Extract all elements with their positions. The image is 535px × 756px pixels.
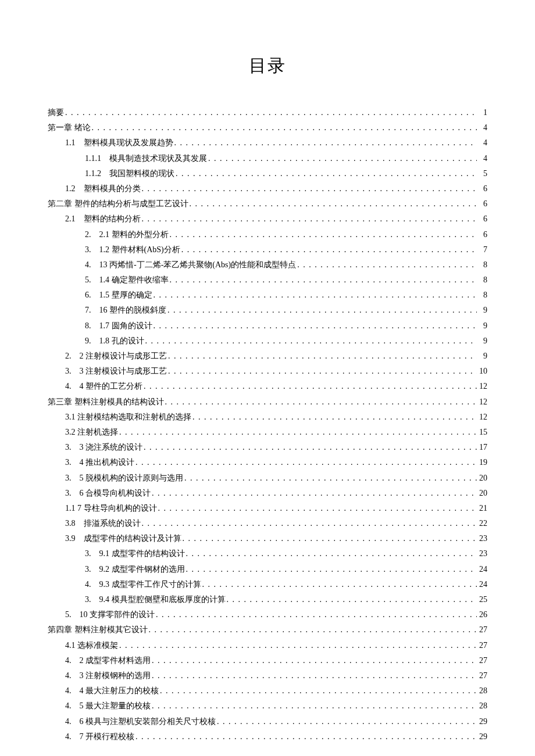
toc-leader-dots [190, 198, 477, 210]
toc-entry: 2.1 塑料的结构分析6 [48, 213, 487, 225]
toc-entry: 3. 4 推出机构设计19 [48, 456, 487, 468]
toc-entry: 3.1 注射模结构选取和注射机的选择12 [48, 411, 487, 423]
toc-entry-label: 5. 1.4 确定塑件收缩率 [85, 274, 169, 286]
toc-entry-page: 6 [478, 182, 487, 195]
toc-leader-dots [119, 426, 477, 438]
toc-leader-dots [152, 654, 477, 667]
toc-leader-dots [65, 106, 477, 119]
toc-entry-page: 9 [478, 350, 487, 362]
toc-leader-dots [217, 715, 477, 728]
toc-leader-dots [135, 456, 477, 468]
toc-entry-label: 7. 16 塑件的脱模斜度 [85, 304, 166, 316]
toc-entry-label: 摘要 [48, 106, 64, 119]
toc-entry-page: 27 [478, 624, 487, 636]
toc-entry-label: 3. 9.4 模具型腔侧壁和底板厚度的计算 [85, 593, 226, 605]
toc-leader-dots [154, 289, 477, 301]
toc-leader-dots [158, 502, 477, 514]
toc-entry-label: 4. 4 塑件的工艺分析 [65, 380, 142, 392]
toc-leader-dots [135, 730, 477, 743]
toc-entry-page: 29 [478, 715, 487, 728]
toc-entry-label: 1.2 塑料模具的分类 [65, 182, 141, 195]
toc-entry-label: 1.1.2 我国塑料模的现状 [85, 167, 174, 180]
toc-leader-dots [144, 441, 477, 453]
toc-leader-dots [297, 259, 477, 271]
toc-leader-dots [154, 320, 477, 332]
toc-entry-label: 4. 7 开模行程校核 [65, 730, 134, 743]
toc-entry-label: 3.8 排溢系统的设计 [65, 517, 141, 529]
toc-entry-page: 5 [478, 167, 487, 180]
toc-leader-dots [208, 152, 477, 164]
toc-entry-page: 24 [478, 563, 487, 575]
toc-entry-page: 20 [478, 472, 487, 484]
toc-entry-page: 21 [478, 502, 487, 514]
toc-entry: 3. 3 浇注系统的设计17 [48, 441, 487, 453]
toc-leader-dots [170, 274, 477, 286]
toc-leader-dots [184, 472, 477, 484]
toc-entry: 5. 1.4 确定塑件收缩率8 [48, 274, 487, 286]
toc-entry-page: 8 [478, 274, 487, 286]
toc-entry: 第三章 塑料注射模具的结构设计12 [48, 396, 487, 408]
toc-leader-dots [144, 380, 477, 392]
toc-entry-page: 4 [478, 137, 487, 149]
toc-entry: 3.9 成型零件的结构设计及计算23 [48, 532, 487, 544]
toc-entry: 1.1.2 我国塑料模的现状5 [48, 167, 487, 180]
toc-entry-label: 3. 9.2 成型零件钢材的选用 [85, 563, 185, 575]
toc-entry-page: 4 [478, 152, 487, 164]
toc-leader-dots [165, 396, 477, 408]
toc-entry: 3. 9.2 成型零件钢材的选用24 [48, 563, 487, 575]
toc-entry-page: 20 [478, 487, 487, 499]
toc-entry: 第一章 绪论4 [48, 121, 487, 134]
toc-entry-label: 2. 2.1 塑料的外型分析 [85, 228, 169, 241]
toc-entry-label: 3.2 注射机选择 [65, 426, 118, 438]
toc-entry-page: 26 [478, 608, 487, 621]
toc-entry-label: 3. 3 注射模设计与成形工艺 [65, 365, 167, 377]
toc-entry: 4. 4 塑件的工艺分析12 [48, 380, 487, 392]
toc-entry-label: 8. 1.7 圆角的设计 [85, 320, 152, 332]
toc-entry-page: 9 [478, 335, 487, 347]
toc-entry-page: 8 [478, 259, 487, 271]
toc-entry: 6. 1.5 壁厚的确定8 [48, 289, 487, 301]
toc-entry-page: 12 [478, 411, 487, 423]
toc-entry-page: 12 [478, 396, 487, 408]
toc-leader-dots [149, 624, 477, 636]
toc-entry: 4. 9.3 成型零件工作尺寸的计算24 [48, 578, 487, 590]
toc-entry: 1.1 7 导柱导向机构的设计21 [48, 502, 487, 514]
toc-entry-label: 第四章 塑料注射模其它设计 [48, 624, 148, 636]
toc-entry-label: 4. 9.3 成型零件工作尺寸的计算 [85, 578, 201, 590]
toc-entry-page: 27 [478, 669, 487, 682]
toc-entry-label: 4. 3 注射模钢种的选用 [65, 669, 151, 682]
toc-entry-label: 1.1 7 导柱导向机构的设计 [65, 502, 157, 514]
toc-leader-dots [152, 700, 477, 712]
toc-entry: 1.1.1 模具制造技术现状及其发展4 [48, 152, 487, 164]
toc-entry-page: 29 [478, 730, 487, 743]
toc-leader-dots [167, 304, 477, 316]
toc-leader-dots [168, 350, 477, 362]
toc-leader-dots [142, 213, 477, 225]
toc-entry-page: 23 [478, 547, 487, 560]
toc-entry-label: 3. 1.2 塑件材料(AbS)分析 [85, 243, 180, 256]
toc-entry: 3. 9.4 模具型腔侧壁和底板厚度的计算25 [48, 593, 487, 605]
toc-entry-label: 9. 1.8 孔的设计 [85, 335, 144, 347]
toc-entry: 2. 2 注射模设计与成形工艺9 [48, 350, 487, 362]
toc-entry-label: 4. 2 成型零件材料选用 [65, 654, 151, 667]
toc-entry-page: 6 [478, 213, 487, 225]
toc-entry: 3. 3 注射模设计与成形工艺10 [48, 365, 487, 377]
toc-entry-page: 27 [478, 639, 487, 651]
toc-entry: 3. 9.1 成型零件的结构设计23 [48, 547, 487, 560]
toc-leader-dots [227, 593, 477, 605]
toc-entry: 4.1 选标准模架27 [48, 639, 487, 651]
toc-entry-page: 1 [478, 106, 487, 119]
toc-entry-page: 27 [478, 654, 487, 667]
toc-entry-page: 23 [478, 532, 487, 544]
toc-entry: 4. 3 注射模钢种的选用27 [48, 669, 487, 682]
toc-entry: 4. 7 开模行程校核29 [48, 730, 487, 743]
toc-entry: 3.8 排溢系统的设计22 [48, 517, 487, 529]
toc-entry: 4. 6 模具与注塑机安装部分相关尺寸校核29 [48, 715, 487, 728]
toc-entry-label: 3. 9.1 成型零件的结构设计 [85, 547, 185, 560]
toc-entry-page: 12 [478, 380, 487, 392]
toc-entry-label: 第三章 塑料注射模具的结构设计 [48, 396, 164, 408]
toc-leader-dots [142, 182, 477, 195]
toc-entry: 2. 2.1 塑料的外型分析6 [48, 228, 487, 241]
toc-entry-page: 7 [478, 243, 487, 256]
toc-entry-label: 1.1.1 模具制造技术现状及其发展 [85, 152, 207, 164]
